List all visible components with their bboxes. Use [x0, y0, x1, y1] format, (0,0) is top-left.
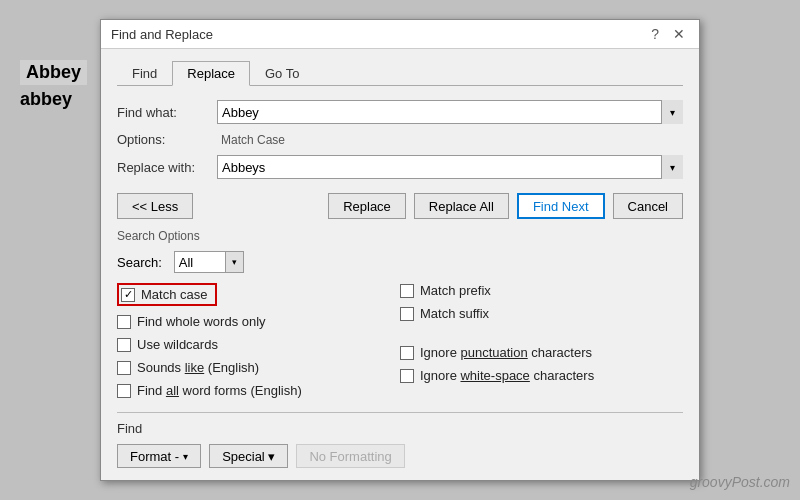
word-forms-checkbox[interactable] — [117, 384, 131, 398]
match-prefix-row: Match prefix — [400, 283, 683, 298]
bottom-section: Find Format - ▾ Special ▾ No Formatting — [117, 412, 683, 468]
search-row: Search: All ▾ — [117, 251, 683, 273]
dialog-titlebar: Find and Replace ? ✕ — [101, 20, 699, 49]
less-button[interactable]: << Less — [117, 193, 193, 219]
ignore-punctuation-row: Ignore punctuation characters — [400, 345, 683, 360]
ignore-whitespace-checkbox[interactable] — [400, 369, 414, 383]
find-next-button[interactable]: Find Next — [517, 193, 605, 219]
search-dropdown[interactable]: All ▾ — [174, 251, 244, 273]
find-what-dropdown[interactable]: ▾ — [661, 100, 683, 124]
match-prefix-checkbox[interactable] — [400, 284, 414, 298]
find-what-input[interactable] — [217, 100, 683, 124]
replace-with-input[interactable] — [217, 155, 683, 179]
find-what-input-wrapper: ▾ — [217, 100, 683, 124]
word-forms-row: Find all word forms (English) — [117, 383, 400, 398]
search-label: Search: — [117, 255, 162, 270]
checkboxes-grid: ✓ Match case Find whole words only Use w… — [117, 283, 683, 398]
wildcards-row: Use wildcards — [117, 337, 400, 352]
tab-goto[interactable]: Go To — [250, 61, 314, 86]
bg-abbey-lower: abbey — [20, 89, 87, 110]
options-label: Options: — [117, 132, 217, 147]
titlebar-controls: ? ✕ — [647, 26, 689, 42]
sounds-like-checkbox[interactable] — [117, 361, 131, 375]
format-dropdown-icon: ▾ — [183, 451, 188, 462]
match-suffix-checkbox[interactable] — [400, 307, 414, 321]
no-formatting-button[interactable]: No Formatting — [296, 444, 404, 468]
bg-abbey-upper: Abbey — [20, 60, 87, 85]
tabs: Find Replace Go To — [117, 61, 683, 86]
options-row: Options: Match Case — [117, 132, 683, 147]
special-button[interactable]: Special ▾ — [209, 444, 288, 468]
help-button[interactable]: ? — [647, 26, 663, 42]
format-row: Format - ▾ Special ▾ No Formatting — [117, 444, 683, 468]
match-case-checkbox[interactable]: ✓ — [121, 288, 135, 302]
dialog-body: Find Replace Go To Find what: ▾ Options:… — [101, 49, 699, 480]
ignore-punctuation-label: Ignore punctuation characters — [420, 345, 592, 360]
match-case-row: ✓ Match case — [117, 283, 400, 306]
match-suffix-row: Match suffix — [400, 306, 683, 321]
search-dropdown-arrow: ▾ — [225, 252, 243, 272]
search-options-label: Search Options — [117, 229, 683, 243]
ignore-whitespace-label: Ignore white-space characters — [420, 368, 594, 383]
replace-button[interactable]: Replace — [328, 193, 406, 219]
find-replace-dialog: Find and Replace ? ✕ Find Replace Go To … — [100, 19, 700, 481]
format-button[interactable]: Format - ▾ — [117, 444, 201, 468]
whole-words-row: Find whole words only — [117, 314, 400, 329]
match-suffix-label: Match suffix — [420, 306, 489, 321]
no-formatting-label: No Formatting — [309, 449, 391, 464]
wildcards-label: Use wildcards — [137, 337, 218, 352]
whole-words-checkbox[interactable] — [117, 315, 131, 329]
whole-words-label: Find whole words only — [137, 314, 266, 329]
background-text: Abbey abbey — [20, 60, 87, 110]
find-what-row: Find what: ▾ — [117, 100, 683, 124]
word-forms-label: Find all word forms (English) — [137, 383, 302, 398]
watermark: groovyPost.com — [690, 474, 790, 490]
format-label: Format - — [130, 449, 179, 464]
sounds-like-label: Sounds like (English) — [137, 360, 259, 375]
action-buttons-row: << Less Replace Replace All Find Next Ca… — [117, 193, 683, 219]
replace-all-button[interactable]: Replace All — [414, 193, 509, 219]
replace-with-row: Replace with: ▾ — [117, 155, 683, 179]
checkboxes-right: Match prefix Match suffix Ignore punctua… — [400, 283, 683, 398]
search-value: All — [179, 255, 193, 270]
replace-with-dropdown[interactable]: ▾ — [661, 155, 683, 179]
find-label: Find — [117, 421, 683, 436]
sounds-like-row: Sounds like (English) — [117, 360, 400, 375]
find-what-label: Find what: — [117, 105, 217, 120]
checkboxes-left: ✓ Match case Find whole words only Use w… — [117, 283, 400, 398]
special-label: Special ▾ — [222, 449, 275, 464]
replace-with-input-wrapper: ▾ — [217, 155, 683, 179]
match-prefix-label: Match prefix — [420, 283, 491, 298]
options-value: Match Case — [221, 133, 285, 147]
close-button[interactable]: ✕ — [669, 26, 689, 42]
wildcards-checkbox[interactable] — [117, 338, 131, 352]
dialog-title: Find and Replace — [111, 27, 213, 42]
ignore-whitespace-row: Ignore white-space characters — [400, 368, 683, 383]
ignore-punctuation-checkbox[interactable] — [400, 346, 414, 360]
tab-find[interactable]: Find — [117, 61, 172, 86]
replace-with-label: Replace with: — [117, 160, 217, 175]
match-case-label: Match case — [141, 287, 207, 302]
tab-replace[interactable]: Replace — [172, 61, 250, 86]
cancel-button[interactable]: Cancel — [613, 193, 683, 219]
match-case-highlight: ✓ Match case — [117, 283, 217, 306]
